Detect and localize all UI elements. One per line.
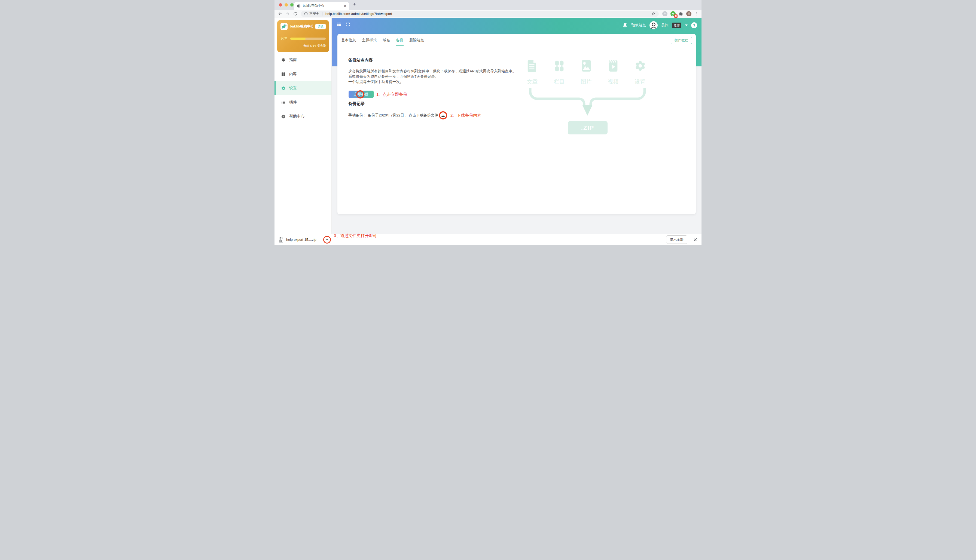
tab-basic-info[interactable]: 基本信息 xyxy=(338,34,359,46)
sidebar-item-settings[interactable]: 设置 xyxy=(274,81,331,95)
annotation-step2: 2、下载备份内容 xyxy=(450,113,481,118)
tab-delete-site[interactable]: 删除站点 xyxy=(406,34,427,46)
grid-icon xyxy=(281,72,286,77)
preview-site-link[interactable]: 预览站点 xyxy=(631,23,646,28)
help-icon: ? xyxy=(281,114,286,119)
gear-icon xyxy=(281,86,286,91)
image-icon xyxy=(580,59,593,72)
export-item-label: 设置 xyxy=(635,78,646,85)
svg-text:ZIP: ZIP xyxy=(280,240,282,242)
backup-description: 这会将您网站所有的栏目和文章内容打包到文件中，供您下载保存，或通过API形式再次… xyxy=(348,68,516,85)
export-item-column: 栏目 xyxy=(546,59,573,85)
info-icon[interactable] xyxy=(304,12,308,15)
reload-icon[interactable] xyxy=(293,12,297,16)
settings-gear-icon xyxy=(634,59,647,72)
tutorial-button[interactable]: 操作教程 xyxy=(671,37,692,44)
sidebar-item-help-center[interactable]: ? 帮助中心 xyxy=(274,109,331,123)
settings-tabs: 基本信息 主题样式 域名 备份 删除站点 操作教程 xyxy=(338,34,696,46)
extension-globe-icon[interactable] xyxy=(662,11,667,16)
browser-tab[interactable]: baklib帮助中心 ✕ xyxy=(294,2,349,10)
url-text[interactable]: help.baklib.com/-/admin/settings?tab=exp… xyxy=(326,12,650,16)
favicon-globe-icon xyxy=(297,4,301,8)
signpost-icon xyxy=(281,58,286,62)
user-avatar[interactable] xyxy=(650,21,658,29)
extensions-puzzle-icon[interactable] xyxy=(679,12,683,16)
export-item-article: 文章 xyxy=(519,59,546,85)
sidebar-nav: 指南 内容 设置 插件 ? 帮助中心 xyxy=(274,53,331,123)
column-icon xyxy=(553,59,566,72)
sidebar-item-label: 设置 xyxy=(289,86,297,91)
profile-letter: 间 xyxy=(688,12,690,16)
site-card: baklib帮助中心 切换 VIP 当前 6/14 项功能 xyxy=(277,20,329,52)
chevron-down-icon[interactable] xyxy=(685,25,688,26)
backup-record-row: 手动备份： 备份于2020年7月22日， 点击下载备份文件 2、下载备份内容 xyxy=(348,111,481,120)
sidebar-item-guide[interactable]: 指南 xyxy=(274,53,331,67)
extension-y-icon[interactable]: y新 xyxy=(670,11,676,16)
vip-usage-label: 当前 6/14 项功能 xyxy=(281,44,326,48)
new-tab-button[interactable]: + xyxy=(353,2,356,7)
extension-letter: y xyxy=(672,12,674,15)
zip-file-icon: ZIP xyxy=(279,237,284,243)
vip-progress-bar xyxy=(290,38,326,40)
site-card-divider xyxy=(281,33,326,33)
backup-section-title: 备份站点内容 xyxy=(348,58,373,63)
tab-domain[interactable]: 域名 xyxy=(379,34,393,46)
minimize-window-button[interactable] xyxy=(284,3,288,7)
download-icon[interactable] xyxy=(441,113,445,118)
address-divider xyxy=(322,12,323,15)
address-bar[interactable]: 不安全 help.baklib.com/-/admin/settings?tab… xyxy=(301,11,659,17)
tab-title: baklib帮助中心 xyxy=(303,3,341,8)
fullscreen-icon[interactable] xyxy=(346,22,350,27)
sidebar-item-label: 指南 xyxy=(289,57,297,62)
help-circle-icon[interactable]: ? xyxy=(691,22,697,28)
zip-file-box: .ZIP xyxy=(568,121,608,134)
sidebar: baklib帮助中心 切换 VIP 当前 6/14 项功能 指南 内容 xyxy=(274,18,332,234)
export-item-settings: 设置 xyxy=(627,59,653,85)
switch-site-button[interactable]: 切换 xyxy=(315,24,326,29)
downloaded-filename[interactable]: help-export-15....zip xyxy=(286,238,316,242)
site-logo-bird-icon xyxy=(281,23,287,30)
screen: baklib帮助中心 ✕ + 不安全 help.baklib.com/-/adm… xyxy=(274,0,702,245)
close-download-bar-icon[interactable] xyxy=(694,238,697,242)
article-icon xyxy=(526,59,539,72)
browser-toolbar: 不安全 help.baklib.com/-/admin/settings?tab… xyxy=(274,10,702,18)
video-icon xyxy=(607,59,620,72)
tab-theme-style[interactable]: 主题样式 xyxy=(359,34,379,46)
forward-icon[interactable] xyxy=(286,12,290,16)
download-bar: ZIP help-export-15....zip 3、通过文件夹打开即可 显示… xyxy=(274,234,702,245)
annotation-circle-step1 xyxy=(356,90,364,98)
plugin-dots-icon xyxy=(281,100,286,105)
tab-close-icon[interactable]: ✕ xyxy=(344,4,346,8)
main-area: 预览站点 吴间 超管 ? 基本信息 主题样式 域名 备份 删除站点 操作教程 备… xyxy=(332,18,702,234)
funnel-brace-graphic xyxy=(528,88,646,118)
security-label: 不安全 xyxy=(309,12,319,16)
window-controls[interactable] xyxy=(279,3,294,7)
chevron-up-icon[interactable] xyxy=(325,238,329,242)
notification-bell-icon[interactable] xyxy=(622,23,628,28)
browser-menu-icon[interactable] xyxy=(694,12,698,16)
collapse-menu-icon[interactable] xyxy=(337,22,342,27)
annotation-step3: 3、通过文件夹打开即可 xyxy=(334,233,377,238)
maximize-window-button[interactable] xyxy=(290,3,294,7)
annotation-circle-step2 xyxy=(439,111,447,120)
show-all-downloads-button[interactable]: 显示全部 xyxy=(666,235,687,244)
bookmark-star-icon[interactable] xyxy=(651,12,655,16)
export-item-label: 视频 xyxy=(608,78,619,85)
records-section-title: 备份记录 xyxy=(348,101,364,107)
tab-backup[interactable]: 备份 xyxy=(393,34,406,46)
close-window-button[interactable] xyxy=(279,3,282,7)
backup-description-line: 这会将您网站所有的栏目和文章内容打包到文件中，供您下载保存，或通过API形式再次… xyxy=(348,68,516,74)
back-icon[interactable] xyxy=(278,12,282,16)
sidebar-item-plugins[interactable]: 插件 xyxy=(274,95,331,109)
svg-text:?: ? xyxy=(282,115,284,118)
sidebar-item-label: 插件 xyxy=(289,100,297,105)
record-text: 手动备份： 备份于2020年7月22日， 点击下载备份文件 xyxy=(348,113,438,118)
browser-profile-avatar[interactable]: 间 xyxy=(686,11,692,16)
sidebar-item-content[interactable]: 内容 xyxy=(274,67,331,81)
role-badge: 超管 xyxy=(672,23,681,28)
export-item-label: 栏目 xyxy=(554,78,565,85)
export-item-image: 图片 xyxy=(573,59,600,85)
username[interactable]: 吴间 xyxy=(661,23,668,28)
export-item-label: 图片 xyxy=(581,78,592,85)
backup-description-line: 一个站点每天仅限手动备份一次。 xyxy=(348,79,516,85)
